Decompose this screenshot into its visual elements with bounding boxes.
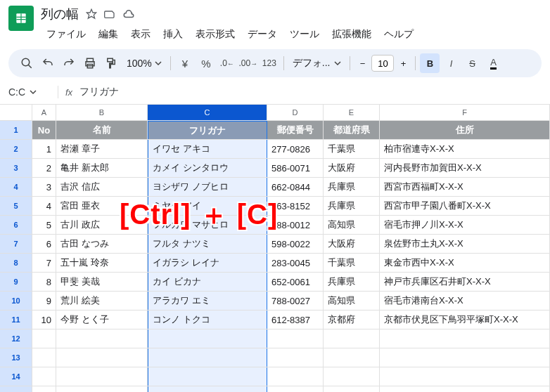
cell[interactable]: 7 (32, 254, 56, 272)
cell[interactable]: 柏市宿連寺X-X-X (380, 140, 550, 158)
cell[interactable]: 郵便番号 (267, 121, 324, 139)
cell[interactable]: 4 (32, 197, 56, 215)
cell[interactable]: 大阪府 (324, 159, 380, 177)
col-header-a[interactable]: A (32, 105, 56, 120)
font-size-input[interactable] (371, 55, 394, 72)
cell[interactable] (56, 386, 148, 392)
cell[interactable] (267, 367, 324, 386)
cell[interactable]: 277-0826 (267, 140, 324, 158)
menu-extensions[interactable]: 拡張機能 (326, 25, 377, 44)
cell[interactable] (56, 329, 148, 348)
star-icon[interactable] (86, 8, 97, 20)
row-header[interactable]: 4 (0, 178, 32, 196)
cell[interactable]: 1 (32, 140, 56, 158)
cell[interactable]: 千葉県 (324, 140, 380, 158)
cell[interactable]: 兵庫県 (324, 197, 380, 215)
cell[interactable]: 高知県 (324, 216, 380, 234)
cell[interactable] (267, 329, 324, 348)
cell[interactable]: 吉沢 信広 (56, 178, 148, 196)
cell[interactable]: 荒川 絵美 (56, 292, 148, 310)
print-icon[interactable] (80, 53, 100, 73)
cell[interactable] (267, 386, 324, 392)
cell[interactable]: 西宮市西福町X-X-X (380, 178, 550, 196)
move-icon[interactable] (104, 8, 115, 20)
cell[interactable]: 788-0027 (267, 292, 324, 310)
cell[interactable]: カイ ビカナ (148, 273, 267, 291)
col-header-b[interactable]: B (56, 105, 148, 120)
cell[interactable]: フルカワ マサヒロ (148, 216, 267, 234)
cell[interactable]: 2 (32, 159, 56, 177)
cell[interactable]: 東金市西中X-X-X (380, 254, 550, 272)
decrease-decimal-icon[interactable]: .0← (217, 53, 237, 73)
cell[interactable] (56, 348, 148, 367)
row-header[interactable]: 9 (0, 273, 32, 291)
cell[interactable]: 高知県 (324, 292, 380, 310)
cell[interactable]: 宿毛市押ノ川X-X-X (380, 216, 550, 234)
cell[interactable]: 京都市伏見区下鳥羽平塚町X-X-X (380, 311, 550, 329)
cell[interactable] (324, 348, 380, 367)
cell[interactable]: カメイ シンタロウ (148, 159, 267, 177)
row-header[interactable]: 13 (0, 348, 32, 367)
cell[interactable] (56, 367, 148, 386)
redo-icon[interactable] (59, 53, 79, 73)
cell[interactable]: 名前 (56, 121, 148, 139)
cell[interactable] (32, 348, 56, 367)
cell[interactable]: 662-0844 (267, 178, 324, 196)
cell[interactable]: 岩瀬 章子 (56, 140, 148, 158)
cell[interactable]: No (32, 121, 56, 139)
menu-data[interactable]: データ (242, 25, 283, 44)
menu-insert[interactable]: 挿入 (158, 25, 188, 44)
cell[interactable]: 千葉県 (324, 254, 380, 272)
cell[interactable]: 京都府 (324, 311, 380, 329)
row-header[interactable]: 15 (0, 386, 32, 392)
cell[interactable] (267, 348, 324, 367)
cell[interactable]: 今野 とく子 (56, 311, 148, 329)
cell[interactable]: ヨシザワ ノブヒロ (148, 178, 267, 196)
cell[interactable]: 西宮市甲子園八番町X-X-X (380, 197, 550, 215)
menu-tools[interactable]: ツール (284, 25, 325, 44)
cell[interactable] (380, 367, 550, 386)
cell[interactable]: 古川 政広 (56, 216, 148, 234)
row-header[interactable]: 6 (0, 216, 32, 234)
cell[interactable]: 8 (32, 273, 56, 291)
cell[interactable]: アラカワ エミ (148, 292, 267, 310)
cell[interactable]: 大阪府 (324, 235, 380, 253)
cell[interactable] (32, 386, 56, 392)
row-header[interactable]: 3 (0, 159, 32, 177)
decrease-font-icon[interactable]: − (354, 55, 370, 71)
search-icon[interactable] (17, 53, 37, 73)
cell[interactable]: 283-0045 (267, 254, 324, 272)
row-header[interactable]: 11 (0, 311, 32, 329)
cloud-icon[interactable] (122, 8, 135, 20)
cell[interactable]: 兵庫県 (324, 178, 380, 196)
cell[interactable]: 6 (32, 235, 56, 253)
cell[interactable] (324, 386, 380, 392)
cell[interactable]: 宿毛市港南台X-X-X (380, 292, 550, 310)
select-all-corner[interactable] (0, 105, 32, 120)
cell[interactable]: 598-0022 (267, 235, 324, 253)
name-box[interactable]: C:C (8, 86, 51, 98)
cell[interactable]: 612-8387 (267, 311, 324, 329)
cell[interactable]: 古田 なつみ (56, 235, 148, 253)
cell[interactable]: 亀井 新太郎 (56, 159, 148, 177)
more-formats-icon[interactable]: 123 (260, 53, 279, 73)
strikethrough-button[interactable]: S (462, 53, 482, 73)
cell[interactable]: コンノ トクコ (148, 311, 267, 329)
cell[interactable] (380, 386, 550, 392)
cell[interactable]: イワセ アキコ (148, 140, 267, 158)
sheets-logo[interactable] (8, 6, 34, 31)
menu-help[interactable]: ヘルプ (378, 25, 419, 44)
cell[interactable]: フルタ ナツミ (148, 235, 267, 253)
increase-decimal-icon[interactable]: .00→ (238, 53, 258, 73)
menu-view[interactable]: 表示 (125, 25, 156, 44)
currency-icon[interactable]: ¥ (175, 53, 195, 73)
cell[interactable]: 住所 (380, 121, 550, 139)
italic-button[interactable]: I (441, 53, 461, 73)
cell[interactable]: 泉佐野市土丸X-X-X (380, 235, 550, 253)
row-header-1[interactable]: 1 (0, 121, 32, 139)
document-title[interactable]: 列の幅 (41, 6, 79, 22)
cell[interactable] (32, 367, 56, 386)
cell[interactable]: 兵庫県 (324, 273, 380, 291)
cell[interactable]: 5 (32, 216, 56, 234)
text-color-button[interactable]: A (483, 53, 503, 73)
